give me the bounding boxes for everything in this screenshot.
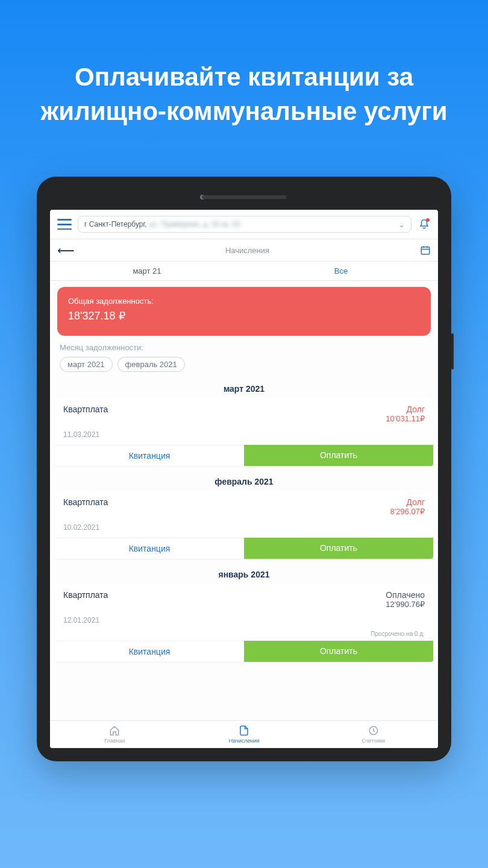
top-bar: г Санкт-Петербург, ул. Примерная, д. 00 …: [50, 210, 438, 239]
invoice-card: Квартплата Оплачено 12'990.76₽ 12.01.202…: [55, 584, 433, 662]
debt-banner: Общая задолженность: 18'327.18 ₽: [57, 287, 431, 336]
invoice-card: Квартплата Долг 8'296.07₽ 10.02.2021 Кви…: [55, 491, 433, 559]
receipt-button[interactable]: Квитанция: [55, 538, 244, 559]
chevron-down-icon: ⌄: [398, 220, 405, 229]
home-icon: [109, 725, 120, 737]
svg-rect-0: [421, 247, 430, 254]
address-selector[interactable]: г Санкт-Петербург, ул. Примерная, д. 00 …: [78, 216, 411, 233]
month-of-debt-label: Месяц задолженности:: [50, 342, 438, 356]
pay-button[interactable]: Оплатить: [244, 538, 433, 559]
section-header: февраль 2021: [50, 471, 438, 491]
invoice-status: Оплачено: [386, 590, 425, 600]
meter-icon: [368, 725, 379, 737]
invoice-name: Квартплата: [63, 404, 108, 414]
nav-label: Счетчики: [361, 738, 385, 744]
page-heading: Оплачивайте квитанции за жилищно-коммуна…: [0, 60, 488, 128]
app-screen: г Санкт-Петербург, ул. Примерная, д. 00 …: [50, 210, 438, 748]
invoice-status: Долг: [390, 497, 425, 507]
tablet-device-frame: г Санкт-Петербург, ул. Примерная, д. 00 …: [37, 177, 451, 761]
invoice-date: 11.03.2021: [55, 424, 433, 445]
section-header: март 2021: [50, 378, 438, 398]
invoice-amount: 12'990.76₽: [386, 600, 425, 609]
notifications-icon[interactable]: [418, 218, 431, 231]
invoice-amount: 10'031.11₽: [386, 414, 425, 423]
address-redacted: ул. Примерная, д. 00 кв. 00: [149, 220, 240, 228]
receipt-icon: [239, 725, 249, 737]
nav-label: Начисления: [229, 738, 260, 744]
filter-row: март 21 Все: [50, 262, 438, 281]
invoice-date: 12.01.2021: [55, 610, 433, 631]
tablet-speaker: [202, 195, 286, 199]
invoice-date: 10.02.2021: [55, 517, 433, 538]
nav-home[interactable]: Главная: [50, 721, 180, 748]
address-prefix: г Санкт-Петербург,: [84, 220, 147, 228]
menu-icon[interactable]: [57, 219, 72, 230]
invoice-amount: 8'296.07₽: [390, 507, 425, 516]
chip-month-2[interactable]: февраль 2021: [117, 357, 185, 372]
subheader-title: Начисления: [75, 246, 420, 255]
filter-current-month[interactable]: март 21: [50, 262, 244, 280]
body-scroll[interactable]: Общая задолженность: 18'327.18 ₽ Месяц з…: [50, 281, 438, 720]
calendar-icon[interactable]: [420, 245, 431, 256]
sub-header: ⟵ Начисления: [50, 239, 438, 262]
chip-month-1[interactable]: март 2021: [60, 357, 113, 372]
nav-meters[interactable]: Счетчики: [308, 721, 438, 748]
section-header: январь 2021: [50, 564, 438, 584]
pay-button[interactable]: Оплатить: [244, 445, 433, 466]
invoice-status: Долг: [386, 404, 425, 414]
tablet-side-button: [451, 333, 454, 370]
pay-button[interactable]: Оплатить: [244, 641, 433, 662]
filter-all[interactable]: Все: [244, 262, 438, 280]
invoice-name: Квартплата: [63, 497, 108, 507]
invoice-overdue-note: Просрочено на 0 д.: [55, 631, 433, 641]
nav-label: Главная: [104, 738, 125, 744]
debt-label: Общая задолженность:: [68, 297, 420, 306]
invoice-card: Квартплата Долг 10'031.11₽ 11.03.2021 Кв…: [55, 398, 433, 466]
bottom-nav: Главная Начисления Счетчики: [50, 720, 438, 748]
month-chips: март 2021 февраль 2021: [50, 356, 438, 378]
debt-amount: 18'327.18 ₽: [68, 309, 420, 322]
back-icon[interactable]: ⟵: [57, 243, 75, 257]
nav-charges[interactable]: Начисления: [180, 721, 309, 748]
receipt-button[interactable]: Квитанция: [55, 641, 244, 662]
invoice-name: Квартплата: [63, 590, 108, 600]
receipt-button[interactable]: Квитанция: [55, 445, 244, 466]
